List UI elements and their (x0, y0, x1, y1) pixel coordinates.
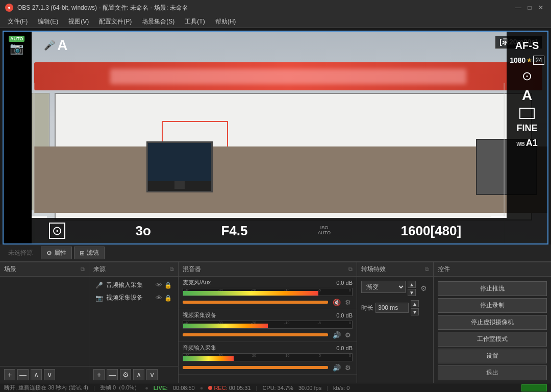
scenes-remove-button[interactable]: — (17, 369, 29, 380)
menu-bar: 文件(F)编辑(E)视图(V)配置文件(P)场景集合(S)工具(T)帮助(H) (0, 15, 551, 28)
mixer-mic-slider[interactable] (183, 301, 328, 304)
menu-item-s[interactable]: 场景集合(S) (137, 16, 180, 28)
mixer-mic-mute-icon[interactable]: 🔇 (332, 298, 341, 307)
scenes-footer: + — ∧ ∨ (0, 366, 89, 383)
settings-button[interactable]: 设置 (438, 349, 547, 363)
transitions-duration-up-btn[interactable]: ▲ (411, 300, 419, 307)
menu-item-h[interactable]: 帮助(H) (210, 16, 241, 28)
menu-item-v[interactable]: 视图(V) (63, 16, 94, 28)
transitions-up-btn[interactable]: ▲ (408, 281, 416, 288)
status-kb-bar (521, 384, 547, 391)
stop-record-button[interactable]: 停止录制 (438, 298, 547, 313)
mixer-video-level (183, 324, 268, 328)
transitions-duration-down-btn[interactable]: ▼ (411, 308, 419, 315)
scenes-up-button[interactable]: ∧ (31, 369, 42, 380)
transitions-duration-row: 时长 ▲ ▼ (361, 300, 429, 315)
mixer-audio-input-volume-icon[interactable]: 🔊 (332, 363, 341, 372)
menu-item-e[interactable]: 编辑(E) (33, 16, 63, 28)
preview-area: AUTO 📷 🎤 A [录20m00s] AF-S (0, 28, 551, 244)
prop-filter-buttons: ⚙ 属性 ⊞ 滤镜 (41, 247, 105, 259)
sources-settings-button[interactable]: ⚙ (120, 369, 131, 380)
mixer-mic-level (183, 291, 318, 296)
menu-item-p[interactable]: 配置文件(P) (94, 16, 137, 28)
monitor-stand (174, 181, 185, 189)
mixer-panel: 混音器 ⧉ 麦克风/Aux 0.0 dB -40 -30 (179, 262, 357, 383)
status-dropped: 丢帧 0（0.0%） (100, 384, 140, 391)
window-title: OBS 27.1.3 (64-bit, windows) - 配置文件: 未命名… (17, 4, 513, 12)
sources-panel: 来源 ⧉ 🎤 音频输入采集 👁 🔒 📷 视频采集设备 (89, 262, 179, 383)
scenes-down-button[interactable]: ∨ (44, 369, 55, 380)
mixer-copy-icon[interactable]: ⧉ (348, 266, 353, 273)
mixer-audio-input-level (183, 356, 234, 361)
transitions-title: 转场特效 (361, 265, 386, 274)
black-left-bar (4, 32, 32, 243)
printer (476, 139, 537, 195)
sources-up-button[interactable]: ∧ (133, 369, 144, 380)
rec-time: 00:05:31 (229, 385, 251, 391)
mixer-video-controls: 🔊 ⚙ (332, 330, 353, 339)
audio-source-lock[interactable]: 🔒 (164, 282, 172, 289)
main-content: AUTO 📷 🎤 A [录20m00s] AF-S (0, 28, 551, 392)
scenes-title: 场景 (4, 265, 16, 274)
video-source-lock[interactable]: 🔒 (164, 295, 172, 302)
scenes-add-button[interactable]: + (4, 369, 15, 380)
audio-source-label: 音频输入采集 (106, 281, 153, 289)
mixer-mic-label: 麦克风/Aux (183, 279, 211, 286)
mixer-audio-input-settings-icon[interactable]: ⚙ (343, 363, 353, 372)
audio-source-controls: 👁 🔒 (156, 281, 172, 289)
mixer-mic-bar: -40 -30 -20 -10 -5 0 (183, 288, 353, 296)
mixer-video-settings-icon[interactable]: ⚙ (343, 330, 353, 339)
mixer-audio-input-label: 音频输入采集 (183, 344, 216, 352)
stop-stream-button[interactable]: 停止推流 (438, 281, 547, 296)
scenes-panel: 场景 ⧉ + — ∧ ∨ (0, 262, 89, 383)
transitions-down-btn[interactable]: ▼ (408, 289, 416, 296)
rec-indicator: REC: 00:05:31 (208, 385, 251, 391)
hud-right-bar (504, 83, 505, 244)
mixer-audio-input-controls: 🔊 ⚙ (332, 363, 353, 372)
source-item-audio[interactable]: 🎤 音频输入采集 👁 🔒 (91, 279, 176, 291)
window-controls: — □ ✕ (513, 3, 546, 13)
transitions-copy-icon[interactable]: ⧉ (425, 266, 429, 273)
sources-add-button[interactable]: + (93, 369, 105, 380)
stop-virtual-camera-button[interactable]: 停止虚拟摄像机 (438, 315, 547, 330)
transitions-arrows: ▲ ▼ (408, 281, 416, 296)
menu-item-t[interactable]: 工具(T) (180, 16, 210, 28)
rec-label: REC: (214, 385, 227, 391)
scenes-copy-icon[interactable]: ⧉ (81, 266, 85, 273)
transitions-gear-icon[interactable]: ⚙ (418, 283, 429, 294)
sources-remove-button[interactable]: — (107, 369, 118, 380)
filter-button[interactable]: ⊞ 滤镜 (74, 247, 105, 259)
close-button[interactable]: ✕ (536, 3, 546, 13)
mixer-audio-input-volume-row: 🔊 ⚙ (183, 363, 353, 372)
video-source-eye[interactable]: 👁 (156, 294, 162, 302)
menu-item-f[interactable]: 文件(F) (3, 16, 33, 28)
rec-dot (208, 386, 212, 390)
mixer-video-volume-icon[interactable]: 🔊 (332, 330, 341, 339)
maximize-button[interactable]: □ (524, 3, 535, 13)
properties-button[interactable]: ⚙ 属性 (41, 247, 72, 259)
sources-title: 来源 (93, 265, 106, 274)
transitions-duration-label: 时长 (361, 304, 373, 312)
sources-copy-icon[interactable]: ⧉ (170, 266, 174, 273)
mixer-mic-settings-icon[interactable]: ⚙ (343, 298, 353, 307)
mixer-content: 麦克风/Aux 0.0 dB -40 -30 -20 -10 -5 0 (179, 277, 357, 383)
minimize-button[interactable]: — (513, 3, 523, 13)
sources-down-button[interactable]: ∨ (146, 369, 158, 380)
video-source-controls: 👁 🔒 (156, 294, 172, 302)
mixer-channel-audio-input: 音频输入采集 0.0 dB -40 -30 -20 -10 -5 0 (179, 342, 357, 375)
live-time: 00:08:50 (173, 385, 195, 391)
mixer-video-slider[interactable] (183, 333, 328, 336)
transitions-effect-row: 渐变 ▲ ▼ ⚙ (361, 281, 429, 296)
exit-button[interactable]: 退出 (438, 365, 547, 380)
scene-content: AUTO 📷 🎤 A [录20m00s] AF-S (4, 32, 547, 243)
mixer-audio-input-slider[interactable] (183, 366, 328, 369)
studio-mode-button[interactable]: 工作室模式 (438, 332, 547, 347)
red-banner (34, 62, 542, 90)
transitions-effect-select[interactable]: 渐变 (361, 281, 406, 293)
source-item-video[interactable]: 📷 视频采集设备 👁 🔒 (91, 291, 176, 304)
scenes-header: 场景 ⧉ (0, 262, 89, 277)
transitions-duration-input[interactable] (375, 303, 409, 313)
bottom-area: 未选择源 ⚙ 属性 ⊞ 滤镜 场景 ⧉ (0, 244, 551, 383)
audio-source-eye[interactable]: 👁 (156, 281, 162, 289)
filter-icon: ⊞ (80, 250, 85, 257)
